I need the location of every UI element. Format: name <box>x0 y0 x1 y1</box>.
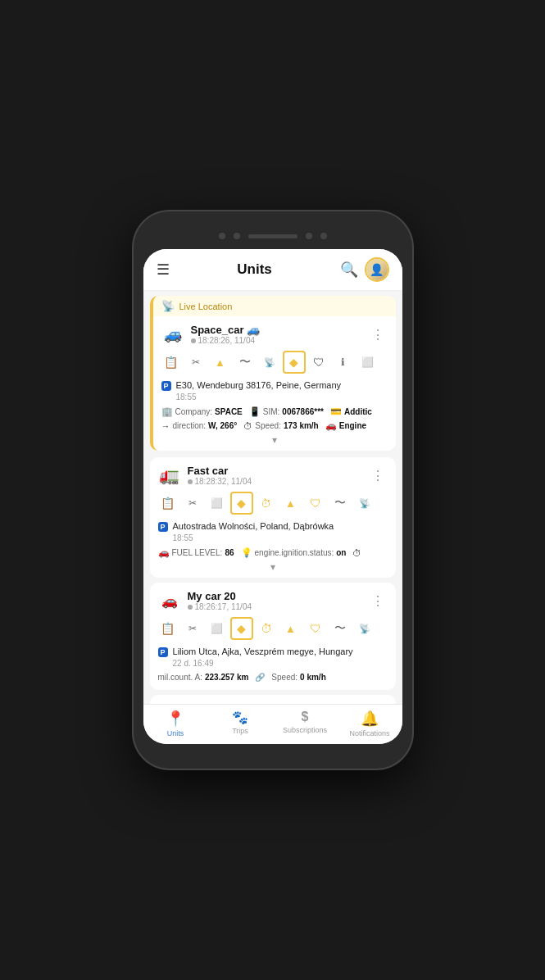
search-icon[interactable]: 🔍 <box>340 261 358 279</box>
icon-scissors-20[interactable]: ✂ <box>181 617 204 640</box>
info-row-space-car-2: → direction: W, 266° ⏱ Speed: 173 km/h 🚗… <box>153 419 396 433</box>
icon-navigate[interactable]: ▲ <box>209 351 232 374</box>
camera-dot-4 <box>320 233 327 239</box>
live-location-banner: 📡 Live Location <box>153 296 396 316</box>
icon-diamond-active[interactable]: ◆ <box>283 351 306 374</box>
icon-box-fc[interactable]: ⬜ <box>206 492 229 515</box>
unit-more-space-car[interactable]: ⋮ <box>368 327 388 343</box>
time-dot <box>191 338 196 343</box>
additional-info: 💳 Additic <box>330 406 372 417</box>
location-time-my-car-20: 22 d. 16:49 <box>150 659 396 671</box>
icon-info[interactable]: ℹ <box>332 351 355 374</box>
icon-star-fc[interactable]: ⏱ <box>255 492 278 515</box>
icon-signal[interactable]: 📡 <box>258 351 281 374</box>
timer-icon: ⏱ <box>352 548 361 558</box>
sim-icon: 📱 <box>249 406 261 417</box>
icon-shield[interactable]: 🛡 <box>307 351 330 374</box>
direction-info: → direction: W, 266° <box>161 421 238 431</box>
engine-info: 🚗 Engine <box>325 420 366 431</box>
phone-screen: ☰ Units 🔍 👤 📡 Live Location 🚙 <box>143 249 402 744</box>
unit-header-my-car-20: 🚗 My car 20 18:26:17, 11/04 ⋮ <box>150 583 396 615</box>
location-text-fast-car: Autostrada Wolności, Poland, Dąbrówka <box>173 521 388 531</box>
bottom-nav: 📍 Units 🐾 Trips $ Subscriptions 🔔 Notifi… <box>143 704 402 744</box>
icon-route[interactable]: 〜 <box>234 351 257 374</box>
company-info: 🏢 Company: SPACE <box>161 406 243 417</box>
avatar[interactable]: 👤 <box>365 257 389 282</box>
avatar-image: 👤 <box>366 259 388 280</box>
menu-icon[interactable]: ☰ <box>157 261 170 279</box>
icon-shield-20[interactable]: 🛡 <box>304 617 327 640</box>
link-icon-wrap: 🔗 <box>255 673 265 682</box>
app-header: ☰ Units 🔍 👤 <box>143 249 402 291</box>
location-time-space-car: 18:55 <box>153 392 396 405</box>
icon-signal-20[interactable]: 📡 <box>353 617 376 640</box>
active-unit-card: 📡 Live Location 🚙 Space_car 🚙 18:28:26, … <box>150 296 396 451</box>
location-row-space-car: P E30, Wendeburg 38176, Peine, Germany <box>153 377 396 392</box>
company-icon: 🏢 <box>161 406 173 417</box>
icon-report[interactable]: 📋 <box>160 351 183 374</box>
nav-icon-units: 📍 <box>166 710 184 728</box>
card-icon: 💳 <box>330 406 342 417</box>
icon-diamond-20[interactable]: ◆ <box>230 617 253 640</box>
info-row-space-car-1: 🏢 Company: SPACE 📱 SIM: 0067866*** 💳 Add… <box>153 405 396 419</box>
unit-name-block-fast-car: Fast car 18:28:32, 11/04 <box>188 465 361 486</box>
icon-signal-fc[interactable]: 📡 <box>353 492 376 515</box>
unit-name-fast-car: Fast car <box>188 465 361 477</box>
unit-icon-space-car: 🚙 <box>161 323 184 346</box>
nav-label-notifications: Notifications <box>349 729 389 737</box>
location-text-my-car-20: Liliom Utca, Ajka, Veszprém megye, Hunga… <box>173 647 388 656</box>
header-right: 🔍 👤 <box>340 257 389 282</box>
fuel-info: 🚗 FUEL LEVEL: 86 <box>158 547 234 558</box>
unit-card-my-car-20: 🚗 My car 20 18:26:17, 11/04 ⋮ 📋 ✂ ⬜ ◆ <box>150 583 396 690</box>
live-label: Live Location <box>179 302 233 311</box>
unit-header-fast-car: 🚛 Fast car 18:28:32, 11/04 ⋮ <box>150 457 396 490</box>
ignition-icon: 💡 <box>241 547 252 558</box>
icon-box[interactable]: ⬜ <box>357 351 379 374</box>
expand-arrow-space-car[interactable]: ▾ <box>153 433 396 451</box>
unit-more-fast-car[interactable]: ⋮ <box>368 468 388 483</box>
nav-icon-trips: 🐾 <box>232 710 248 725</box>
unit-icon-fast-car: 🚛 <box>158 464 181 487</box>
scroll-area: 📡 Live Location 🚙 Space_car 🚙 18:28:26, … <box>143 291 402 704</box>
engine-icon: 🚗 <box>325 420 337 431</box>
nav-icon-notifications: 🔔 <box>361 710 379 728</box>
phone-shell: ☰ Units 🔍 👤 📡 Live Location 🚙 <box>134 211 412 769</box>
icon-star-20[interactable]: ⏱ <box>255 617 278 640</box>
icon-route-fc[interactable]: 〜 <box>329 492 352 515</box>
sim-info: 📱 SIM: 0067866*** <box>249 406 324 417</box>
unit-time-space-car: 18:28:26, 11/04 <box>191 336 361 345</box>
unit-icon-my-car-20: 🚗 <box>158 589 181 612</box>
location-text-space-car: E30, Wendeburg 38176, Peine, Germany <box>176 380 388 390</box>
icon-scissors[interactable]: ✂ <box>184 351 207 374</box>
unit-card-fast-car: 🚛 Fast car 18:28:32, 11/04 ⋮ 📋 ✂ ⬜ ◆ <box>150 457 396 578</box>
parking-badge-fast-car: P <box>158 522 168 532</box>
speaker <box>248 234 297 238</box>
header-title: Units <box>237 261 272 278</box>
icon-row-space-car: 📋 ✂ ▲ 〜 📡 ◆ 🛡 ℹ ⬜ <box>153 349 396 377</box>
icon-shield-fc[interactable]: 🛡 <box>304 492 327 515</box>
speed-info-20: Speed: 0 km/h <box>271 673 325 682</box>
direction-icon: → <box>161 421 170 431</box>
nav-item-trips[interactable]: 🐾 Trips <box>208 710 273 737</box>
unit-more-my-car-20[interactable]: ⋮ <box>368 593 388 609</box>
nav-item-notifications[interactable]: 🔔 Notifications <box>338 710 402 737</box>
expand-arrow-fast-car[interactable]: ▾ <box>150 560 396 578</box>
icon-scissors-fc[interactable]: ✂ <box>181 492 204 515</box>
location-row-fast-car: P Autostrada Wolności, Poland, Dąbrówka <box>150 518 396 533</box>
icon-row-fast-car: 📋 ✂ ⬜ ◆ ⏱ ▲ 🛡 〜 📡 <box>150 490 396 518</box>
location-time-fast-car: 18:55 <box>150 533 396 546</box>
nav-label-trips: Trips <box>232 727 248 735</box>
info-row-fast-car: 🚗 FUEL LEVEL: 86 💡 engine.ignition.statu… <box>150 546 396 560</box>
icon-nav-fc[interactable]: ▲ <box>279 492 302 515</box>
icon-report-fc[interactable]: 📋 <box>157 492 179 515</box>
icon-box-20[interactable]: ⬜ <box>206 617 229 640</box>
icon-row-my-car-20: 📋 ✂ ⬜ ◆ ⏱ ▲ 🛡 〜 📡 <box>150 615 396 643</box>
nav-item-subscriptions[interactable]: $ Subscriptions <box>273 710 338 737</box>
icon-report-20[interactable]: 📋 <box>157 617 179 640</box>
icon-nav-20[interactable]: ▲ <box>279 617 302 640</box>
icon-diamond-fc[interactable]: ◆ <box>230 492 253 515</box>
link-icon: 🔗 <box>255 673 265 682</box>
unit-header-space-car: 🚙 Space_car 🚙 18:28:26, 11/04 ⋮ <box>153 316 396 349</box>
nav-item-units[interactable]: 📍 Units <box>143 710 208 737</box>
icon-route-20[interactable]: 〜 <box>329 617 352 640</box>
